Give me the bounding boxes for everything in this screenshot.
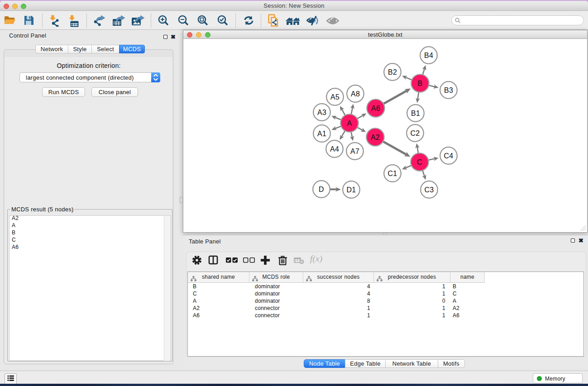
svg-text:C4: C4 xyxy=(444,152,454,160)
svg-text:A6: A6 xyxy=(371,105,380,112)
svg-text:A: A xyxy=(347,119,352,127)
svg-text:A1: A1 xyxy=(317,130,326,138)
svg-text:A7: A7 xyxy=(350,148,359,155)
svg-text:C2: C2 xyxy=(411,129,420,137)
svg-text:B1: B1 xyxy=(411,110,420,117)
svg-text:C1: C1 xyxy=(388,170,397,177)
svg-text:D1: D1 xyxy=(347,186,356,194)
svg-text:B: B xyxy=(418,80,423,87)
svg-text:C: C xyxy=(417,158,422,166)
svg-text:C3: C3 xyxy=(425,186,434,194)
svg-text:B4: B4 xyxy=(424,52,433,59)
svg-text:B3: B3 xyxy=(444,86,453,94)
svg-text:A3: A3 xyxy=(317,109,326,116)
svg-text:A4: A4 xyxy=(330,145,339,153)
svg-text:B2: B2 xyxy=(388,68,397,76)
svg-text:A2: A2 xyxy=(371,133,380,141)
svg-text:A5: A5 xyxy=(330,93,339,101)
svg-text:A8: A8 xyxy=(351,90,360,98)
svg-text:D: D xyxy=(319,186,324,193)
